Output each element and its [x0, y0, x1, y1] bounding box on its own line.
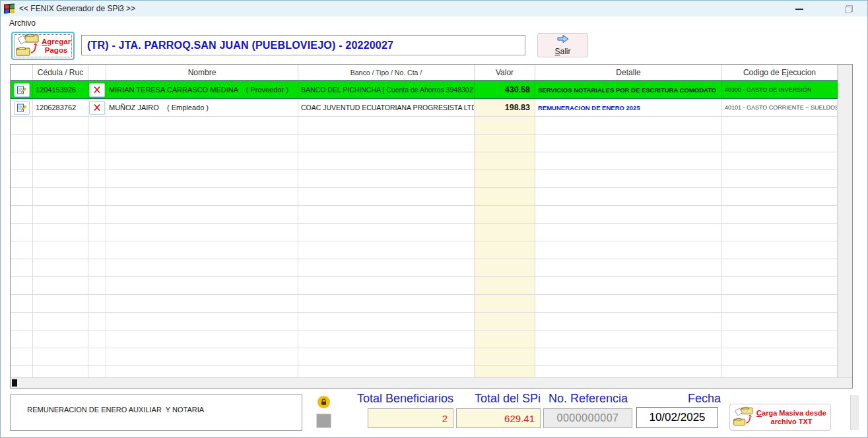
salir-label: Salir: [554, 47, 570, 56]
menu-archivo[interactable]: Archivo: [7, 17, 38, 29]
entity-field[interactable]: (TR) - JTA. PARROQ.SAN JUAN (PUEBLOVIEJO…: [81, 35, 525, 55]
payments-grid: Cédula / Ruc Nombre Banco / Tipo / No. C…: [10, 64, 853, 389]
footer-panel: REMUNERACION DE ENERO AUXILIAR Y NOTARIA…: [1, 390, 868, 438]
cell-cedula[interactable]: 1204153926: [33, 81, 88, 98]
salir-button[interactable]: Salir: [537, 33, 588, 57]
cell-nombre[interactable]: MIRIAN TERESA CARRASCO MEDINA ( Proveedo…: [106, 81, 298, 98]
fecha-label: Fecha: [675, 392, 734, 406]
vertical-scrollbar[interactable]: [838, 65, 852, 377]
observacion-scrollbar[interactable]: [850, 395, 859, 430]
cell-nombre[interactable]: MUÑOZ JAIRO ( Empleado ): [106, 99, 298, 116]
delete-row-button[interactable]: [89, 101, 105, 115]
header-valor: Valor: [475, 65, 535, 80]
folder-transfer-icon: [15, 33, 42, 59]
cell-codigo[interactable]: 40300 - GASTO DE INVERSIÓN: [722, 81, 838, 98]
header-cedula: Cédula / Ruc: [33, 65, 88, 80]
total-beneficiarios-label: Total Beneficiarios: [331, 392, 453, 406]
table-row-empty[interactable]: [11, 330, 838, 348]
header-rowselector: [11, 65, 33, 80]
maximize-icon[interactable]: [844, 4, 853, 13]
header-nombre: Nombre: [106, 65, 298, 80]
cell-detalle[interactable]: REMUNERACION DE ENERO 2025: [535, 99, 722, 116]
delete-row-button[interactable]: [89, 83, 105, 97]
carga-masiva-button[interactable]: Carga Masiva desde archivo TXT: [729, 404, 831, 431]
edit-note-icon: [17, 85, 26, 95]
observacion-text: REMUNERACION DE ENERO AUXILIAR Y NOTARIA: [27, 406, 204, 414]
total-beneficiarios-field: 2: [368, 408, 453, 428]
table-row-empty[interactable]: [11, 313, 838, 330]
table-row-empty[interactable]: [11, 366, 838, 377]
gray-square-button[interactable]: [316, 414, 331, 428]
table-row-empty[interactable]: [11, 241, 838, 259]
titlebar: << FENIX Generador de SPi3 >>: [1, 1, 867, 16]
toolbar: Agregar Pagos (TR) - JTA. PARROQ.SAN JUA…: [1, 30, 867, 64]
referencia-label: No. Referencia: [543, 392, 633, 406]
entity-field-value: (TR) - JTA. PARROQ.SAN JUAN (PUEBLOVIEJO…: [87, 40, 393, 51]
table-row-empty[interactable]: [11, 152, 838, 170]
cell-valor[interactable]: 430.58: [475, 81, 535, 98]
delete-x-icon: [93, 86, 101, 94]
table-row-empty[interactable]: [11, 117, 838, 135]
referencia-field: 0000000007: [543, 408, 632, 428]
total-spi-field: 629.41: [456, 408, 541, 428]
grid-header-row: Cédula / Ruc Nombre Banco / Tipo / No. C…: [11, 65, 838, 80]
table-row-empty[interactable]: [11, 170, 838, 188]
table-row-empty[interactable]: [11, 348, 838, 366]
header-codigo: Codigo de Ejecucion: [722, 65, 838, 80]
horizontal-scrollbar[interactable]: [11, 377, 852, 388]
table-row-empty[interactable]: [11, 277, 838, 295]
cell-valor[interactable]: 198.83: [475, 99, 535, 116]
observacion-textarea[interactable]: REMUNERACION DE ENERO AUXILIAR Y NOTARIA: [10, 394, 302, 431]
window-controls: [795, 4, 853, 13]
cell-detalle[interactable]: SERVICIOS NOTARIALES POR DE ESCRITURA CO…: [535, 81, 722, 98]
agregar-pagos-label: Agregar Pagos: [42, 38, 71, 55]
total-spi-label: Total del SPi: [463, 392, 541, 406]
exit-arrow-icon: [556, 34, 570, 46]
grid-body: 1204153926 MIRIAN TERESA CARRASCO MEDINA…: [11, 80, 838, 377]
header-detalle: Detalle: [535, 65, 722, 80]
lock-icon[interactable]: [317, 396, 330, 408]
agregar-pagos-button[interactable]: Agregar Pagos: [11, 32, 75, 60]
header-delete: [88, 65, 106, 80]
cell-codigo[interactable]: 40101 - GASTO CORRIENTE – SUELDOS: [722, 99, 838, 116]
table-row-empty[interactable]: [11, 188, 838, 206]
table-row[interactable]: 1204153926 MIRIAN TERESA CARRASCO MEDINA…: [11, 80, 838, 99]
table-row-empty[interactable]: [11, 259, 838, 277]
cell-banco[interactable]: COAC JUVENTUD ECUATORIANA PROGRESISTA LT…: [298, 99, 475, 116]
folder-transfer-icon: [733, 406, 755, 429]
cell-cedula[interactable]: 1206283762: [33, 99, 88, 116]
carga-masiva-label: Carga Masiva desde archivo TXT: [755, 409, 828, 426]
edit-row-button[interactable]: [14, 101, 30, 115]
edit-row-button[interactable]: [14, 83, 30, 97]
delete-x-icon: [93, 104, 101, 111]
horizontal-scrollbar-thumb[interactable]: [12, 379, 17, 387]
edit-note-icon: [17, 103, 26, 113]
header-banco: Banco / Tipo / No. Cta /: [298, 65, 475, 80]
table-row-empty[interactable]: [11, 224, 838, 241]
cell-banco[interactable]: BANCO DEL PICHINCHA [ Cuenta de Ahorros …: [298, 81, 475, 98]
table-row-empty[interactable]: [11, 295, 838, 313]
table-row-empty[interactable]: [11, 206, 838, 224]
fecha-field[interactable]: 10/02/2025: [636, 407, 718, 428]
app-icon: [4, 3, 15, 13]
app-window: << FENIX Generador de SPi3 >> Archivo: [0, 0, 868, 438]
table-row-empty[interactable]: [11, 135, 838, 152]
menubar: Archivo: [1, 16, 867, 30]
table-row[interactable]: 1206283762 MUÑOZ JAIRO ( Empleado ) COAC…: [11, 99, 838, 117]
window-title: << FENIX Generador de SPi3 >>: [19, 4, 135, 13]
minimize-icon[interactable]: [795, 4, 804, 13]
